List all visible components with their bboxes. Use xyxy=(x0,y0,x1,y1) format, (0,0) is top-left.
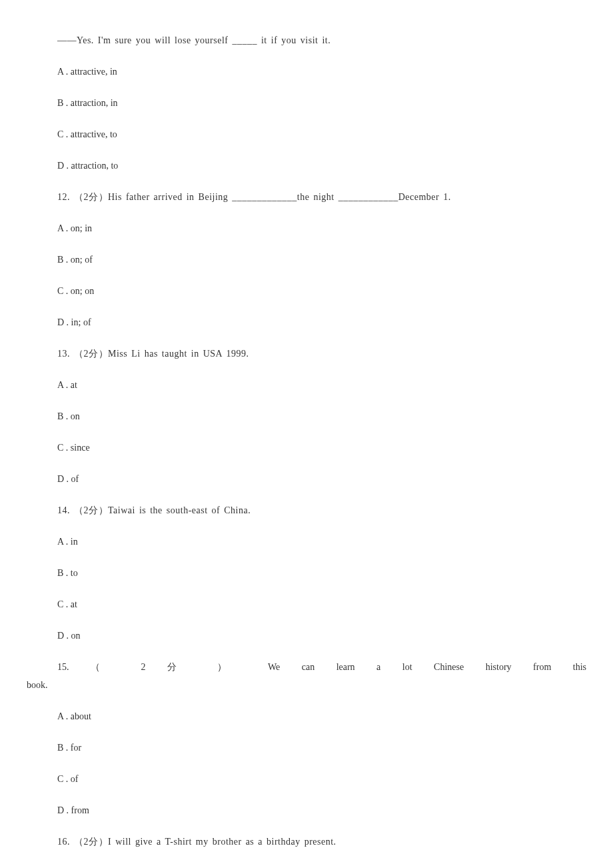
q13-option-d: D . of xyxy=(57,472,586,486)
q15-option-c: C . of xyxy=(57,772,586,786)
q15-option-d: D . from xyxy=(57,803,586,817)
q13-option-c: C . since xyxy=(57,441,586,455)
q15-text-line2: book. xyxy=(27,678,586,692)
q16-text: 16. （2分）I will give a T-shirt my brother… xyxy=(57,835,586,849)
q14-text: 14. （2分）Taiwai is the south-east of Chin… xyxy=(57,503,586,517)
q13-option-b: B . on xyxy=(57,409,586,423)
q13-option-a: A . at xyxy=(57,378,586,392)
q12-text: 12. （2分）His father arrived in Beijing __… xyxy=(57,190,586,204)
q11-option-d: D . attraction, to xyxy=(57,159,586,173)
q12-option-c: C . on; on xyxy=(57,284,586,298)
q12-option-a: A . on; in xyxy=(57,221,586,235)
q11-option-c: C . attractive, to xyxy=(57,127,586,141)
q14-option-c: C . at xyxy=(57,597,586,611)
q15-text-line1: 15. （ 2 分 ） We can learn a lot Chinese h… xyxy=(57,660,586,674)
q15-option-b: B . for xyxy=(57,741,586,755)
q11-continuation: ——Yes. I'm sure you will lose yourself _… xyxy=(57,33,586,47)
q14-option-a: A . in xyxy=(57,535,586,549)
q11-option-a: A . attractive, in xyxy=(57,65,586,79)
q11-option-b: B . attraction, in xyxy=(57,96,586,110)
q14-option-b: B . to xyxy=(57,566,586,580)
q12-option-d: D . in; of xyxy=(57,315,586,329)
q14-option-d: D . on xyxy=(57,629,586,643)
q12-option-b: B . on; of xyxy=(57,253,586,267)
q15-option-a: A . about xyxy=(57,709,586,723)
q13-text: 13. （2分）Miss Li has taught in USA 1999. xyxy=(57,347,586,361)
